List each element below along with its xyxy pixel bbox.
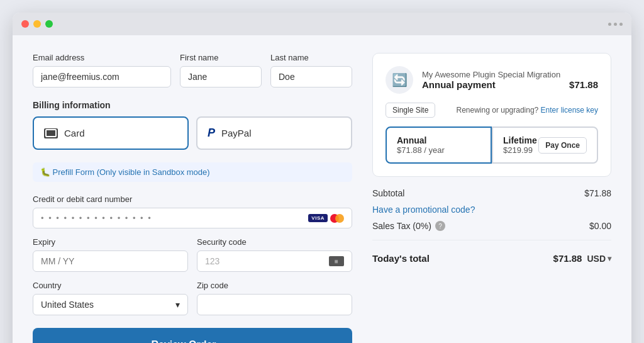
card-button-label: Card xyxy=(64,128,85,138)
order-summary-card: 🔄 My Awesome Plugin Special Migration An… xyxy=(372,53,611,177)
pay-once-button[interactable]: Pay Once xyxy=(538,137,587,154)
currency-code: USD xyxy=(587,254,606,264)
total-value-group: $71.88 USD ▾ xyxy=(553,253,611,264)
email-input[interactable] xyxy=(33,66,171,87)
mastercard-icon xyxy=(330,214,344,223)
zip-group: Zip code xyxy=(197,281,352,315)
right-panel: 🔄 My Awesome Plugin Special Migration An… xyxy=(372,53,611,343)
tax-row: Sales Tax (0%) ? $0.00 xyxy=(372,221,611,231)
billing-section: Billing information Card P PayPal xyxy=(33,100,352,150)
country-select[interactable]: United States ▾ xyxy=(33,294,188,315)
product-name: My Awesome Plugin Special Migration xyxy=(422,70,598,79)
tax-help-icon[interactable]: ? xyxy=(435,221,445,231)
billing-title: Billing information xyxy=(33,100,352,110)
chevron-down-icon: ▾ xyxy=(175,300,180,310)
single-site-button[interactable]: Single Site xyxy=(386,103,435,118)
expiry-security-row: Expiry Security code 123 xyxy=(33,237,352,272)
paypal-payment-button[interactable]: P PayPal xyxy=(196,116,352,150)
browser-dots xyxy=(608,23,623,26)
arrow-right-icon: → xyxy=(223,338,234,343)
tax-label: Sales Tax (0%) ? xyxy=(372,221,445,231)
sandbox-notice-text: 🐛 Prefill Form (Only visible in Sandbox … xyxy=(40,167,210,177)
card-dots: • • • • • • • • • • • • • • • xyxy=(41,213,303,223)
country-group: Country United States ▾ xyxy=(33,281,188,315)
zip-input[interactable] xyxy=(197,294,352,315)
zip-label: Zip code xyxy=(197,281,352,290)
security-code-input[interactable]: 123 xyxy=(197,250,352,272)
lifetime-plan-price: $219.99 xyxy=(503,145,537,155)
visa-icon: VISA xyxy=(308,214,328,222)
country-label: Country xyxy=(33,281,188,290)
total-amount: $71.88 xyxy=(553,253,582,264)
payment-label-row: Annual payment $71.88 xyxy=(422,79,598,90)
card-brand-icons: VISA xyxy=(308,214,344,223)
renewing-text: Renewing or upgrading? xyxy=(457,106,539,115)
payment-methods: Card P PayPal xyxy=(33,116,352,150)
product-info: My Awesome Plugin Special Migration Annu… xyxy=(422,70,598,90)
currency-selector[interactable]: USD ▾ xyxy=(587,254,611,264)
annual-plan-name: Annual xyxy=(397,135,480,145)
divider xyxy=(372,240,611,240)
security-placeholder: 123 xyxy=(205,256,219,266)
last-name-group: Last name xyxy=(270,53,352,87)
total-row: Today's total $71.88 USD ▾ xyxy=(372,249,611,264)
security-label: Security code xyxy=(197,237,352,247)
email-group: Email address xyxy=(33,53,171,87)
tax-value: $0.00 xyxy=(589,221,611,231)
license-row: Single Site Renewing or upgrading? Enter… xyxy=(386,103,598,118)
review-order-label: Review Order xyxy=(151,339,216,344)
card-number-input[interactable]: • • • • • • • • • • • • • • • VISA xyxy=(33,208,352,228)
security-group: Security code 123 xyxy=(197,237,352,272)
card-payment-button[interactable]: Card xyxy=(33,116,189,150)
content-area: Email address First name Last name Billi… xyxy=(13,35,631,343)
summary-section: Subtotal $71.88 Have a promotional code?… xyxy=(372,188,611,264)
first-name-group: First name xyxy=(180,53,262,87)
subtotal-label: Subtotal xyxy=(372,188,404,198)
promo-code-link[interactable]: Have a promotional code? xyxy=(372,205,475,215)
payment-amount: $71.88 xyxy=(569,79,598,90)
close-button[interactable] xyxy=(21,20,29,28)
annual-pricing-option[interactable]: Annual $71.88 / year xyxy=(386,127,492,164)
expiry-input[interactable] xyxy=(33,250,188,272)
pricing-toggle: Annual $71.88 / year Lifetime $219.99 Pa… xyxy=(386,127,598,164)
card-fields: Credit or debit card number • • • • • • … xyxy=(33,194,352,315)
promo-row: Have a promotional code? xyxy=(372,205,611,215)
name-email-row: Email address First name Last name xyxy=(33,53,352,87)
email-label: Email address xyxy=(33,53,171,62)
last-name-input[interactable] xyxy=(270,66,352,87)
card-number-group: Credit or debit card number • • • • • • … xyxy=(33,194,352,228)
last-name-label: Last name xyxy=(270,53,352,62)
expiry-label: Expiry xyxy=(33,237,188,247)
subtotal-row: Subtotal $71.88 xyxy=(372,188,611,198)
left-panel: Email address First name Last name Billi… xyxy=(33,53,352,343)
first-name-label: First name xyxy=(180,53,262,62)
expiry-group: Expiry xyxy=(33,237,188,272)
card-icon xyxy=(44,128,58,138)
review-order-button[interactable]: Review Order → xyxy=(33,328,352,343)
sandbox-notice: 🐛 Prefill Form (Only visible in Sandbox … xyxy=(33,162,352,182)
lifetime-plan-name: Lifetime xyxy=(503,135,537,145)
browser-window: Email address First name Last name Billi… xyxy=(13,13,631,343)
product-row: 🔄 My Awesome Plugin Special Migration An… xyxy=(386,66,598,94)
lifetime-pricing-option[interactable]: Lifetime $219.99 Pay Once xyxy=(492,127,598,164)
browser-titlebar xyxy=(13,13,631,35)
annual-plan-price: $71.88 / year xyxy=(397,145,480,155)
first-name-input[interactable] xyxy=(180,66,262,87)
payment-label: Annual payment xyxy=(422,79,496,90)
country-zip-row: Country United States ▾ Zip code xyxy=(33,281,352,315)
tax-text: Sales Tax (0%) xyxy=(372,221,431,231)
card-number-label: Credit or debit card number xyxy=(33,194,352,204)
maximize-button[interactable] xyxy=(45,20,53,28)
paypal-button-label: PayPal xyxy=(221,128,252,138)
total-label: Today's total xyxy=(372,253,430,264)
license-question-text: Renewing or upgrading? Enter license key xyxy=(457,106,599,115)
product-icon: 🔄 xyxy=(386,66,413,94)
subtotal-value: $71.88 xyxy=(584,188,611,198)
enter-license-key-link[interactable]: Enter license key xyxy=(541,106,598,115)
minimize-button[interactable] xyxy=(33,20,41,28)
currency-chevron-icon: ▾ xyxy=(608,254,611,263)
paypal-icon: P xyxy=(208,127,215,140)
country-value: United States xyxy=(41,300,94,310)
security-card-icon xyxy=(329,256,344,266)
